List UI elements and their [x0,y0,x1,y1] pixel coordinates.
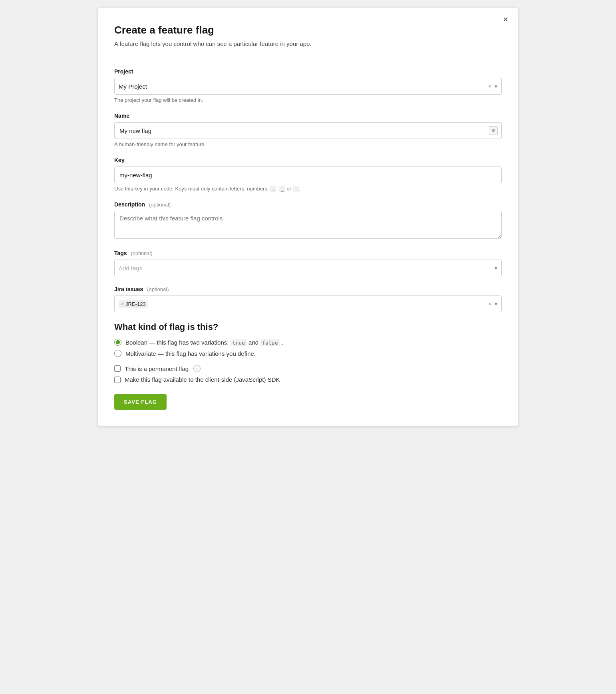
checkbox-group: This is a permanent flag i Make this fla… [114,365,502,383]
name-field: Name ⊞ A human-friendly name for your fe… [114,113,502,147]
project-helper: The project your flag will be created in… [114,97,502,103]
permanent-flag-label[interactable]: This is a permanent flag i [114,365,502,372]
tags-field: Tags (optional) Add tags ▾ [114,250,502,276]
tags-chevron-icon[interactable]: ▾ [495,265,497,271]
tags-placeholder: Add tags [119,265,142,272]
name-label: Name [114,113,502,119]
close-button[interactable]: × [503,15,508,24]
flag-type-section: What kind of flag is this? Boolean — thi… [114,322,502,383]
permanent-flag-checkbox[interactable] [114,365,121,372]
name-input[interactable] [114,122,502,139]
jira-issues-input[interactable]: × JRE-123 × ▾ [114,295,502,312]
jira-tag-remove-icon[interactable]: × [121,301,124,307]
permanent-flag-text: This is a permanent flag [125,365,189,372]
multivariate-radio-input[interactable] [114,350,121,357]
jira-clear-icon[interactable]: × [488,301,491,307]
jira-issues-label: Jira issues (optional) [114,286,502,292]
name-helper: A human-friendly name for your feature. [114,141,502,147]
project-field: Project My Project × ▾ The project your … [114,68,502,103]
boolean-false-code: false [260,339,280,346]
jira-chevron-icon[interactable]: ▾ [495,301,497,307]
key-helper-code1: . [270,186,276,192]
key-helper-code2: _ [279,186,285,192]
project-clear-icon[interactable]: × [488,83,491,89]
jira-tag: × JRE-123 [119,300,148,308]
multivariate-radio-text: Multivariate — this flag has variations … [125,350,256,357]
tags-select[interactable]: Add tags ▾ [114,260,502,276]
name-input-icon: ⊞ [489,126,498,135]
boolean-radio-text: Boolean — this flag has two variations, … [125,339,283,346]
key-helper-code3: - [293,186,299,192]
description-label: Description (optional) [114,201,502,208]
boolean-radio-label[interactable]: Boolean — this flag has two variations, … [114,339,502,346]
project-chevron-icon[interactable]: ▾ [495,83,497,89]
key-field: Key Use this key in your code. Keys must… [114,157,502,192]
jira-input[interactable] [151,301,485,307]
modal-title: Create a feature flag [114,24,502,36]
name-input-wrapper: ⊞ [114,122,502,139]
save-flag-button[interactable]: SAVE FLAG [114,394,167,410]
key-helper: Use this key in your code. Keys must onl… [114,186,502,192]
project-label: Project [114,68,502,75]
project-select-icons: × ▾ [488,83,497,89]
boolean-true-code: true [231,339,247,346]
flag-type-title: What kind of flag is this? [114,322,502,332]
project-selected-value: My Project [119,83,488,90]
jira-tag-value: JRE-123 [125,301,146,307]
permanent-flag-info-icon[interactable]: i [193,365,201,372]
create-feature-flag-modal: × Create a feature flag A feature flag l… [98,8,518,426]
jira-optional: (optional) [147,286,169,292]
jira-issues-field: Jira issues (optional) × JRE-123 × ▾ [114,286,502,312]
tags-label: Tags (optional) [114,250,502,256]
client-side-label[interactable]: Make this flag available to the client-s… [114,376,502,383]
tags-optional: (optional) [131,250,153,256]
key-label: Key [114,157,502,163]
description-field: Description (optional) [114,201,502,240]
boolean-radio-input[interactable] [114,339,121,346]
description-input[interactable] [114,211,502,239]
multivariate-radio-label[interactable]: Multivariate — this flag has variations … [114,350,502,357]
modal-subtitle: A feature flag lets you control who can … [114,40,502,47]
key-input[interactable] [114,167,502,183]
description-optional: (optional) [149,202,171,208]
flag-type-radio-group: Boolean — this flag has two variations, … [114,339,502,357]
project-select[interactable]: My Project × ▾ [114,78,502,95]
client-side-checkbox[interactable] [114,377,121,383]
divider [114,57,502,57]
jira-right-icons: × ▾ [488,301,497,307]
client-side-text: Make this flag available to the client-s… [125,376,280,383]
